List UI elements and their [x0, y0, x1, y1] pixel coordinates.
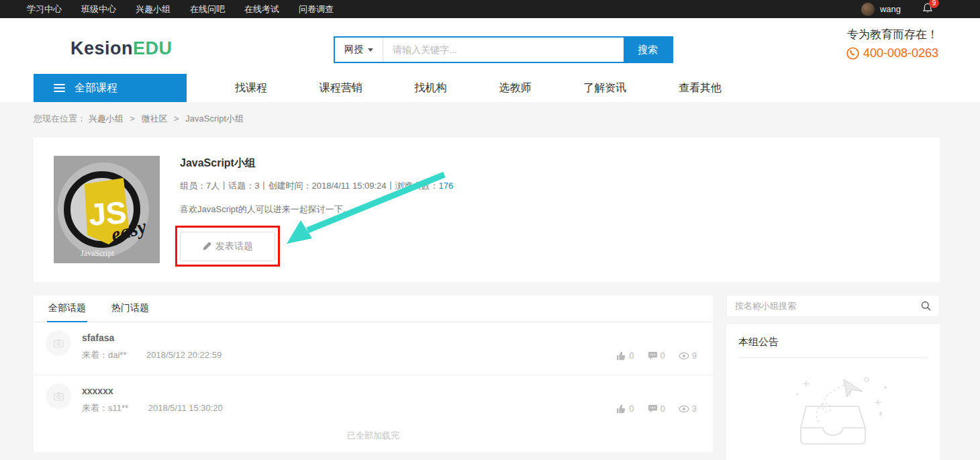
post-topic-label: 发表话题 [215, 240, 253, 252]
topic-stats: 0 0 9 [616, 351, 697, 361]
breadcrumb-current-group: JavaScript小组 [185, 113, 244, 124]
topics-card: 全部话题 热门话题 sfafasa 来着：dai** 2018/5/12 20:… [34, 295, 713, 452]
topbar-nav: 学习中心 班级中心 兴趣小组 在线问吧 在线考试 问卷调查 [0, 3, 334, 15]
topbar-item-interest-groups[interactable]: 兴趣小组 [136, 3, 170, 15]
notification-badge: 9 [929, 0, 939, 8]
header: KesionEDU 网授 搜索 专为教育而存在！ 400-008-0263 [0, 18, 980, 74]
group-search-button[interactable] [913, 301, 939, 311]
comments-stat[interactable]: 0 [648, 404, 665, 414]
topic-time: 2018/5/12 20:22:59 [146, 350, 222, 360]
slogan-text: 专为教育而存在！ [846, 27, 938, 42]
menu-item-news[interactable]: 了解资讯 [583, 81, 626, 95]
topbar-item-class-center[interactable]: 班级中心 [81, 3, 116, 15]
eye-icon [679, 405, 689, 413]
topbar-user-area: wang 9 [861, 3, 980, 16]
search-input[interactable] [383, 38, 624, 62]
group-notice-card: 本组公告 暂无公告信息 [726, 324, 940, 460]
likes-count: 0 [629, 404, 634, 414]
topbar-item-online-qa[interactable]: 在线问吧 [190, 3, 225, 15]
comments-count: 0 [660, 351, 665, 361]
slogan-box: 专为教育而存在！ 400-008-0263 [846, 27, 938, 60]
comment-icon [648, 404, 658, 413]
topic-title[interactable]: sfafasa [82, 332, 114, 343]
topbar-item-online-exam[interactable]: 在线考试 [244, 3, 279, 15]
group-search-input[interactable] [727, 301, 913, 311]
tab-hot-topics[interactable]: 热门话题 [110, 295, 150, 322]
notice-title: 本组公告 [726, 324, 940, 357]
logo-edu-text: EDU [133, 38, 173, 58]
comments-stat[interactable]: 0 [648, 351, 665, 361]
thumbs-up-icon [616, 404, 626, 414]
main-nav: 全部课程 找课程 课程营销 找机构 选教师 了解资讯 查看其他 [0, 74, 980, 102]
eye-icon [679, 352, 689, 360]
phone-number: 400-008-0263 [863, 46, 938, 60]
menu-item-find-institutions[interactable]: 找机构 [415, 81, 447, 95]
breadcrumb-interest-groups[interactable]: 兴趣小组 [89, 113, 124, 124]
group-image-javascript-text: JavaScript [81, 248, 115, 258]
chevron-down-icon [368, 48, 373, 52]
search-icon [921, 301, 931, 311]
group-stats-text: 组员：7人丨话题：3丨创建时间：2018/4/11 15:09:24丨浏览人数： [180, 181, 439, 191]
likes-stat[interactable]: 0 [616, 404, 634, 414]
topic-avatar [46, 383, 71, 409]
menu-item-choose-teachers[interactable]: 选教师 [499, 81, 531, 95]
all-courses-label: 全部课程 [75, 81, 117, 95]
topic-stats: 0 0 3 [616, 404, 697, 414]
topbar-item-learning-center[interactable]: 学习中心 [27, 3, 62, 15]
tab-all-topics[interactable]: 全部话题 [47, 295, 87, 322]
site-logo: KesionEDU [70, 38, 173, 59]
comment-icon [648, 351, 658, 360]
search-button[interactable]: 搜索 [624, 38, 672, 62]
views-stat: 9 [679, 351, 697, 361]
search-category-dropdown[interactable]: 网授 [335, 38, 383, 62]
group-image: JS easy JavaScript [54, 156, 160, 263]
image-placeholder-icon [54, 339, 64, 348]
views-stat: 3 [679, 404, 697, 414]
notifications-button[interactable]: 9 [922, 3, 933, 16]
comments-count: 0 [660, 404, 665, 414]
all-courses-button[interactable]: 全部课程 [34, 74, 187, 102]
post-topic-button[interactable]: 发表话题 [180, 232, 275, 261]
search-category-label: 网授 [344, 44, 363, 56]
group-description: 喜欢JavaScript的人可以进来一起探讨一下。 [180, 203, 352, 216]
topic-avatar [46, 330, 71, 356]
topbar: 学习中心 班级中心 兴趣小组 在线问吧 在线考试 问卷调查 wang 9 [0, 0, 980, 18]
username[interactable]: wang [880, 4, 901, 14]
phone-line: 400-008-0263 [846, 46, 938, 60]
topic-row[interactable]: xxxxxx 来着：s11** 2018/5/11 15:30:20 0 0 [34, 375, 713, 428]
breadcrumb-separator: > [174, 113, 179, 124]
breadcrumb: 您现在位置： 兴趣小组 > 微社区 > JavaScript小组 [34, 113, 244, 125]
breadcrumb-micro-community[interactable]: 微社区 [141, 113, 167, 124]
menu-item-find-courses[interactable]: 找课程 [235, 81, 267, 95]
likes-stat[interactable]: 0 [616, 351, 634, 361]
breadcrumb-prefix: 您现在位置： [34, 113, 86, 124]
topic-author: 来着：s11** [82, 403, 128, 413]
topic-tabs: 全部话题 热门话题 [34, 295, 713, 322]
phone-icon [846, 47, 859, 60]
pencil-icon [202, 242, 211, 251]
group-stats: 组员：7人丨话题：3丨创建时间：2018/4/11 15:09:24丨浏览人数：… [180, 180, 453, 192]
menu-item-course-marketing[interactable]: 课程营销 [320, 81, 362, 95]
divider [738, 357, 928, 358]
group-views-count: 176 [439, 181, 454, 191]
user-avatar[interactable] [861, 3, 875, 16]
menu-item-others[interactable]: 查看其他 [679, 81, 722, 95]
views-count: 9 [692, 351, 697, 361]
breadcrumb-separator: > [130, 113, 135, 124]
image-placeholder-icon [54, 392, 64, 401]
topic-author: 来着：dai** [82, 350, 126, 360]
topic-title[interactable]: xxxxxx [82, 385, 113, 396]
list-end-text: 已全部加载完 [34, 430, 713, 442]
main-menu: 找课程 课程营销 找机构 选教师 了解资讯 查看其他 [205, 74, 752, 102]
group-title: JavaScript小组 [180, 156, 256, 171]
topbar-item-survey[interactable]: 问卷调查 [299, 3, 334, 15]
group-info-card: JS easy JavaScript JavaScript小组 组员：7人丨话题… [34, 138, 940, 282]
search-box: 网授 搜索 [334, 36, 673, 63]
topic-meta: 来着：dai** 2018/5/12 20:22:59 [82, 349, 222, 361]
thumbs-up-icon [616, 351, 626, 361]
topic-row[interactable]: sfafasa 来着：dai** 2018/5/12 20:22:59 0 0 [34, 322, 713, 375]
topic-meta: 来着：s11** 2018/5/11 15:30:20 [82, 402, 223, 414]
empty-inbox-icon [759, 374, 907, 455]
views-count: 3 [692, 404, 697, 414]
topic-time: 2018/5/11 15:30:20 [148, 403, 223, 413]
